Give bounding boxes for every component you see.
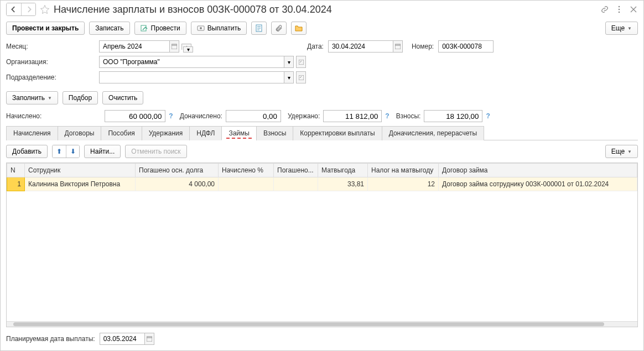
save-button[interactable]: Записать: [89, 22, 129, 35]
month-label: Месяц:: [6, 43, 95, 50]
folder-icon-button[interactable]: [291, 22, 307, 35]
chevron-down-icon: ▼: [627, 149, 632, 154]
col-interest[interactable]: Начислено %: [219, 164, 274, 177]
chevron-down-icon: ▼: [627, 26, 632, 31]
table-row[interactable]: 1 Калинина Виктория Петровна 4 000,00 33…: [7, 177, 637, 191]
back-button[interactable]: [7, 3, 21, 15]
page-title: Начисление зарплаты и взносов 00ЗК-00007…: [54, 4, 597, 15]
svg-rect-8: [395, 44, 401, 49]
cell-employee: Калинина Виктория Петровна: [25, 177, 136, 191]
tab-loans[interactable]: Займы: [221, 126, 257, 140]
col-matbenefit[interactable]: Матвыгода: [318, 164, 368, 177]
svg-rect-10: [299, 75, 304, 80]
close-icon[interactable]: [629, 5, 638, 14]
org-open-icon[interactable]: [296, 56, 306, 68]
svg-rect-3: [141, 25, 146, 31]
cell-matbenefit: 33,81: [318, 177, 368, 191]
tab-contracts[interactable]: Договоры: [58, 126, 102, 140]
nav-buttons: [6, 3, 36, 16]
date-cal-icon[interactable]: [393, 40, 403, 53]
star-icon[interactable]: [39, 4, 50, 15]
chevron-down-icon: ▼: [48, 96, 52, 101]
h-scrollbar[interactable]: [7, 321, 637, 327]
more-button[interactable]: Еще▼: [605, 22, 638, 35]
addl-label: Доначислено:: [180, 112, 222, 120]
cell-contract: Договор займа сотруднику 00ЗК-000001 от …: [439, 177, 637, 191]
report-icon-button[interactable]: [251, 22, 267, 35]
dept-label: Подразделение:: [6, 74, 95, 81]
dept-field[interactable]: [99, 71, 284, 83]
add-button[interactable]: Добавить: [6, 145, 48, 158]
number-label: Номер:: [412, 43, 434, 50]
cell-tax: 12: [368, 177, 439, 191]
col-contract[interactable]: Договор займа: [439, 164, 637, 177]
post-button[interactable]: Провести: [134, 22, 186, 35]
contrib-field[interactable]: [424, 110, 482, 122]
svg-point-1: [619, 9, 620, 11]
sub-more-button[interactable]: Еще▼: [605, 145, 638, 158]
help-icon[interactable]: ?: [169, 112, 173, 120]
post-icon: [141, 24, 148, 32]
forward-button[interactable]: [21, 3, 35, 15]
link-icon[interactable]: [600, 5, 609, 14]
tab-contributions[interactable]: Взносы: [256, 126, 293, 140]
move-down-button[interactable]: ⬇: [66, 145, 79, 158]
accrued-field[interactable]: [105, 110, 165, 122]
svg-point-0: [619, 6, 620, 8]
pick-button[interactable]: Подбор: [63, 91, 98, 104]
svg-rect-9: [299, 60, 304, 65]
find-button[interactable]: Найти...: [84, 145, 121, 158]
move-up-button[interactable]: ⬆: [53, 145, 66, 158]
col-repaid[interactable]: Погашено осн. долга: [136, 164, 219, 177]
pay-button[interactable]: Выплатить: [191, 22, 247, 35]
cell-repaid2: [274, 177, 318, 191]
plan-date-label: Планируемая дата выплаты:: [6, 335, 95, 343]
attach-icon-button[interactable]: [271, 22, 287, 35]
month-down-icon[interactable]: ▾: [183, 46, 193, 53]
plan-date-field[interactable]: [100, 333, 145, 345]
cell-repaid: 4 000,00: [136, 177, 219, 191]
kebab-icon[interactable]: [615, 5, 624, 14]
dept-open-icon[interactable]: [296, 71, 306, 83]
svg-point-2: [619, 12, 620, 13]
tab-recalc[interactable]: Доначисления, перерасчеты: [382, 126, 484, 140]
tab-ndfl[interactable]: НДФЛ: [189, 126, 222, 140]
pay-icon: [197, 24, 205, 32]
tab-withholdings[interactable]: Удержания: [142, 126, 190, 140]
plan-date-cal-icon[interactable]: [144, 333, 154, 345]
col-employee[interactable]: Сотрудник: [25, 164, 136, 177]
col-tax[interactable]: Налог на матвыгоду: [368, 164, 439, 177]
number-field[interactable]: [438, 40, 494, 53]
col-n[interactable]: N: [7, 164, 25, 177]
month-field[interactable]: [99, 40, 170, 53]
tabs: Начисления Договоры Пособия Удержания НД…: [6, 125, 638, 140]
accrued-label: Начислено:: [6, 112, 41, 120]
tab-corrections[interactable]: Корректировки выплаты: [293, 126, 382, 140]
fill-button[interactable]: Заполнить▼: [6, 91, 58, 104]
org-dropdown-icon[interactable]: ▾: [284, 56, 294, 68]
withheld-field[interactable]: [323, 110, 382, 122]
withheld-label: Удержано:: [288, 112, 320, 120]
cell-interest: [219, 177, 274, 191]
clear-button[interactable]: Очистить: [102, 91, 143, 104]
svg-rect-7: [172, 44, 177, 49]
date-field[interactable]: [328, 40, 393, 53]
post-close-button[interactable]: Провести и закрыть: [6, 22, 85, 35]
tab-benefits[interactable]: Пособия: [101, 126, 142, 140]
help-icon[interactable]: ?: [486, 112, 490, 120]
month-cal-icon[interactable]: [169, 40, 179, 53]
contrib-label: Взносы:: [396, 112, 421, 120]
addl-field[interactable]: [226, 110, 281, 122]
org-label: Организация:: [6, 58, 95, 66]
cell-n: 1: [7, 177, 25, 191]
tab-accruals[interactable]: Начисления: [6, 126, 58, 140]
svg-point-5: [200, 27, 202, 29]
help-icon[interactable]: ?: [385, 112, 389, 120]
cancel-find-button[interactable]: Отменить поиск: [125, 145, 186, 158]
date-label: Дата:: [307, 43, 324, 50]
svg-rect-11: [147, 337, 152, 342]
col-repaid2[interactable]: Погашено...: [274, 164, 318, 177]
dept-dropdown-icon[interactable]: ▾: [284, 71, 294, 83]
move-buttons: ⬆ ⬇: [52, 145, 80, 158]
org-field[interactable]: [99, 56, 284, 68]
